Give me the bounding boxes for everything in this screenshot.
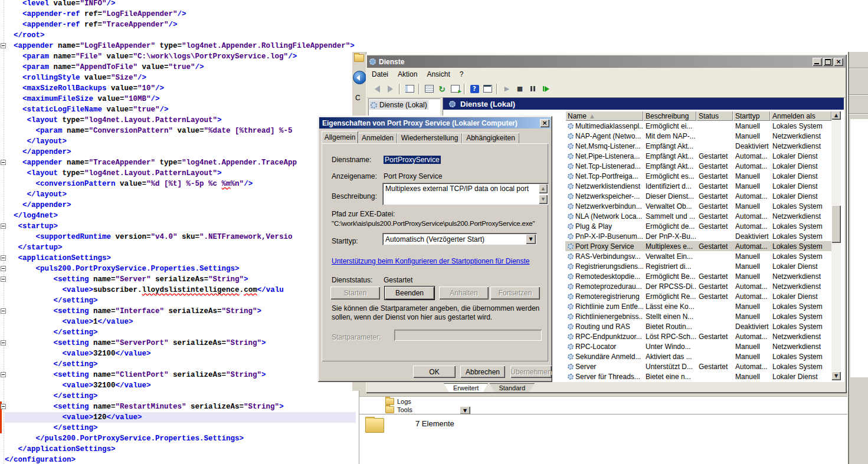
- table-row[interactable]: Port Proxy ServiceMultiplexes e...Gestar…: [565, 241, 831, 251]
- stop-service-icon[interactable]: ■: [515, 84, 525, 94]
- startup-options-help-link[interactable]: Unterstützung beim Konfigurieren der Sta…: [332, 257, 530, 265]
- scroll-up-button[interactable]: ▲: [831, 111, 841, 120]
- table-row[interactable]: Registrierungsdiens...Registriert di...M…: [565, 261, 831, 271]
- column-header-name[interactable]: Name▲: [565, 111, 643, 121]
- scroll-down-button[interactable]: ▼: [539, 195, 548, 204]
- start-service-icon[interactable]: ▶: [502, 84, 512, 94]
- service-logon: Netzwerkdienst: [770, 142, 831, 150]
- service-logon: Lokales System: [770, 122, 831, 130]
- extended-view-icon[interactable]: [482, 84, 493, 94]
- view-tab-erweitert[interactable]: Erweitert: [444, 383, 488, 392]
- help-icon[interactable]: ?: [469, 84, 480, 94]
- table-row[interactable]: Net.Tcp-Listenerad...Empfängt Akt...Gest…: [565, 161, 831, 171]
- abbrechen-button[interactable]: Abbrechen: [460, 366, 505, 378]
- table-row[interactable]: Sekundäre Anmeld...Aktiviert das ...Manu…: [565, 351, 831, 361]
- service-name: Plug & Play: [565, 222, 643, 231]
- table-row[interactable]: NetzwerklistendienstIdentifiziert d...Ge…: [565, 181, 831, 191]
- table-row[interactable]: RAS-Verbindungsv...Verwaltet Ein...Manue…: [565, 251, 831, 261]
- menu-item-aktion[interactable]: Aktion: [393, 69, 422, 80]
- menu-item-ansicht[interactable]: Ansicht: [422, 69, 454, 80]
- restart-service-icon[interactable]: [541, 84, 551, 94]
- service-gear-icon: [568, 163, 574, 169]
- services-titlebar[interactable]: Dienste ×: [367, 55, 846, 68]
- menubar[interactable]: DateiAktionAnsicht?: [367, 68, 846, 81]
- service-description: Dieser Dienst...: [643, 192, 696, 200]
- back-icon[interactable]: [372, 84, 382, 94]
- address-text: C: [355, 94, 361, 102]
- table-row[interactable]: NLA (Network Loca...Sammelt und ...Gesta…: [565, 211, 831, 221]
- table-row[interactable]: PnP-X-IP-Busenum...Der PnP-X-Bu...Deakti…: [565, 231, 831, 241]
- column-header-beschreibung[interactable]: Beschreibung: [643, 111, 696, 121]
- properties-icon[interactable]: [424, 84, 434, 94]
- service-name: Port Proxy Service: [565, 242, 643, 251]
- toolbar[interactable]: ↻?▶■: [367, 80, 846, 98]
- list-item[interactable]: Tools: [385, 406, 412, 413]
- view-tabs[interactable]: ErweitertStandard: [444, 383, 535, 392]
- service-starttype: Manuell: [733, 343, 770, 351]
- service-starttype: Deaktiviert: [733, 142, 770, 150]
- console-tree-icon[interactable]: [404, 84, 415, 94]
- pause-service-icon[interactable]: [528, 84, 538, 94]
- table-row[interactable]: Net.Tcp-Portfreiga...Ermöglicht es...Ges…: [565, 171, 831, 181]
- ok-button[interactable]: OK: [413, 366, 456, 378]
- refresh-icon[interactable]: ↻: [437, 84, 447, 94]
- table-row[interactable]: Netzwerkspeicher-...Dieser Dienst...Gest…: [565, 191, 831, 201]
- menu-item-datei[interactable]: Datei: [367, 69, 393, 80]
- view-tab-standard[interactable]: Standard: [489, 383, 535, 392]
- description-field[interactable]: Multiplexes external TCP/IP data on loca…: [382, 183, 549, 205]
- column-header-status[interactable]: Status: [696, 111, 733, 121]
- dropdown-arrow-button[interactable]: ▼: [460, 406, 470, 414]
- forward-icon[interactable]: [385, 84, 395, 94]
- statusbar-divider: [359, 414, 847, 414]
- table-row[interactable]: ServerUnterstützt D...GestartetAutomat..…: [565, 361, 831, 371]
- tab-anmelden[interactable]: Anmelden: [358, 133, 397, 143]
- table-row[interactable]: NAP-Agent (Netwo...Mit dem NAP-...Manuel…: [565, 131, 831, 141]
- tab-allgemein[interactable]: Allgemein: [322, 131, 358, 143]
- table-row[interactable]: Multimediaklassenpl...Ermöglicht ei...Ma…: [565, 121, 831, 131]
- table-row[interactable]: Remoteprozedurau...Der RPCSS-Di...Gestar…: [565, 281, 831, 291]
- chevron-down-icon[interactable]: ▼: [526, 234, 536, 244]
- tab-abhängigkeiten[interactable]: Abhängigkeiten: [462, 133, 519, 143]
- minimize-button[interactable]: [813, 58, 822, 66]
- service-starttype: Automat...: [733, 162, 770, 170]
- service-logon: Lokales System: [770, 363, 831, 371]
- table-row[interactable]: Netzwerkverbindun...Verwaltet Ob...Gesta…: [565, 201, 831, 211]
- tree-item-dienste-lokal[interactable]: Dienste (Lokal): [369, 100, 428, 110]
- table-row[interactable]: Richtlinie zum Entfe...Lässt eine Ko...M…: [565, 301, 831, 311]
- table-row[interactable]: Net.Pipe-Listenera...Empfängt Akt...Gest…: [565, 151, 831, 161]
- vertical-scrollbar[interactable]: ▲ ▼: [831, 111, 841, 380]
- column-header-starttyp[interactable]: Starttyp: [733, 111, 770, 121]
- dialog-titlebar[interactable]: Eigenschaften von Port Proxy Service (Lo…: [319, 117, 551, 129]
- back-button[interactable]: [353, 71, 366, 84]
- menu-item-[interactable]: ?: [455, 69, 469, 80]
- table-row[interactable]: Net.Msmq-Listener...Empfängt Akt...Deakt…: [565, 141, 831, 151]
- table-row[interactable]: Richtlinienergebniss...Stellt einen N...…: [565, 311, 831, 321]
- table-row[interactable]: Routing und RASBietet Routin...Deaktivie…: [565, 321, 831, 331]
- starttype-label: Starttyp:: [332, 237, 358, 245]
- tab-wiederherstellung[interactable]: Wiederherstellung: [397, 133, 462, 143]
- dialog-tabs[interactable]: AllgemeinAnmeldenWiederherstellungAbhäng…: [322, 131, 519, 143]
- close-icon[interactable]: ×: [540, 119, 549, 127]
- scrollbar-thumb[interactable]: [831, 205, 841, 243]
- table-header-row[interactable]: Name▲BeschreibungStatusStarttypAnmelden …: [565, 111, 831, 121]
- scroll-down-button[interactable]: ▼: [831, 371, 841, 380]
- export-list-icon[interactable]: [450, 84, 460, 94]
- beenden-button[interactable]: Beenden: [385, 287, 434, 300]
- maximize-button[interactable]: [823, 58, 833, 66]
- table-row[interactable]: RPC-LocatorUnter Windo...ManuellNetzwerk…: [565, 341, 831, 351]
- panel-white-area: [850, 119, 868, 377]
- table-row[interactable]: Plug & PlayErmöglicht de...GestartetAuto…: [565, 221, 831, 231]
- startparams-input[interactable]: [394, 330, 542, 341]
- scroll-up-button[interactable]: ▲: [539, 184, 548, 193]
- list-item[interactable]: Logs: [385, 398, 411, 405]
- table-row[interactable]: Remotedesktopdie...Ermöglicht Be...Gesta…: [565, 271, 831, 281]
- table-row[interactable]: RemoteregistrierungErmöglicht Re...Gesta…: [565, 291, 831, 301]
- service-logon: Lokales System: [770, 302, 831, 311]
- table-row[interactable]: Server für Threads...Bietet eine n...Man…: [565, 371, 831, 381]
- window-title: Dienste: [379, 58, 811, 66]
- starttype-combobox[interactable]: Automatisch (Verzögerter Start) ▼: [382, 233, 537, 245]
- close-button[interactable]: ×: [834, 58, 843, 66]
- service-logon: Lokaler Dienst: [770, 162, 831, 170]
- column-header-anmeldenals[interactable]: Anmelden als: [770, 111, 831, 121]
- table-row[interactable]: RPC-Endpunktzuor...Löst RPC-Sch...Gestar…: [565, 331, 831, 341]
